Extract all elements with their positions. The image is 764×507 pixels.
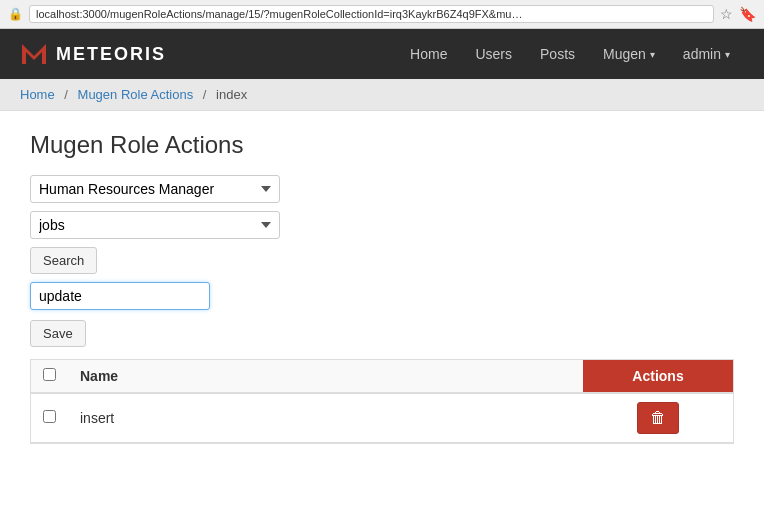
delete-button[interactable]: 🗑 <box>637 402 679 434</box>
breadcrumb-sep-1: / <box>64 87 68 102</box>
nav-dropdown-mugen[interactable]: Mugen ▾ <box>589 31 669 77</box>
admin-dropdown-arrow: ▾ <box>725 49 730 60</box>
th-checkbox <box>31 360 68 393</box>
nav-link-posts[interactable]: Posts <box>526 31 589 77</box>
breadcrumb-mugen-role-actions[interactable]: Mugen Role Actions <box>78 87 194 102</box>
action-input-group <box>30 282 734 310</box>
td-actions: 🗑 <box>583 393 733 443</box>
lock-icon: 🔒 <box>8 7 23 21</box>
bookmark-icon[interactable]: 🔖 <box>739 6 756 22</box>
brand-name: METEORIS <box>56 44 166 65</box>
search-button[interactable]: Search <box>30 247 97 274</box>
svg-marker-0 <box>22 44 46 64</box>
navbar-nav: Home Users Posts Mugen ▾ admin ▾ <box>396 31 744 77</box>
breadcrumb-home[interactable]: Home <box>20 87 55 102</box>
main-content: Mugen Role Actions Human Resources Manag… <box>0 111 764 507</box>
th-actions: Actions <box>583 360 733 393</box>
search-button-group: Search <box>30 247 734 274</box>
mugen-dropdown-arrow: ▾ <box>650 49 655 60</box>
nav-link-home[interactable]: Home <box>396 31 461 77</box>
page-title: Mugen Role Actions <box>30 131 734 159</box>
action-input[interactable] <box>30 282 210 310</box>
collection-select[interactable]: jobs posts users <box>30 211 280 239</box>
breadcrumb-current: index <box>216 87 247 102</box>
navbar-brand: METEORIS <box>20 40 166 68</box>
role-select-group: Human Resources Manager Admin Editor <box>30 175 734 203</box>
table-header: Name Actions <box>31 360 733 393</box>
nav-link-users[interactable]: Users <box>461 31 526 77</box>
mugen-label: Mugen <box>603 46 646 62</box>
table: Name Actions insert 🗑 <box>31 360 733 443</box>
th-name: Name <box>68 360 583 393</box>
breadcrumb: Home / Mugen Role Actions / index <box>0 79 764 111</box>
table-header-row: Name Actions <box>31 360 733 393</box>
trash-icon: 🗑 <box>650 409 666 426</box>
nav-link-admin[interactable]: admin ▾ <box>669 31 744 77</box>
row-checkbox[interactable] <box>43 410 56 423</box>
save-button[interactable]: Save <box>30 320 86 347</box>
collection-select-group: jobs posts users <box>30 211 734 239</box>
td-checkbox <box>31 393 68 443</box>
navbar: METEORIS Home Users Posts Mugen ▾ admin … <box>0 29 764 79</box>
star-icon[interactable]: ☆ <box>720 6 733 22</box>
row-name: insert <box>80 410 114 426</box>
breadcrumb-sep-2: / <box>203 87 207 102</box>
nav-link-mugen[interactable]: Mugen ▾ <box>589 31 669 77</box>
nav-dropdown-admin[interactable]: admin ▾ <box>669 31 744 77</box>
brand-logo-icon <box>20 40 48 68</box>
select-all-checkbox[interactable] <box>43 368 56 381</box>
table-body: insert 🗑 <box>31 393 733 443</box>
table-row: insert 🗑 <box>31 393 733 443</box>
td-name: insert <box>68 393 583 443</box>
actions-table: Name Actions insert 🗑 <box>30 359 734 444</box>
browser-bar: 🔒 localhost:3000/mugenRoleActions/manage… <box>0 0 764 29</box>
admin-label: admin <box>683 46 721 62</box>
save-button-group: Save <box>30 320 734 347</box>
url-text: localhost:3000/mugenRoleActions/manage/1… <box>36 8 522 20</box>
role-select[interactable]: Human Resources Manager Admin Editor <box>30 175 280 203</box>
url-bar[interactable]: localhost:3000/mugenRoleActions/manage/1… <box>29 5 714 23</box>
